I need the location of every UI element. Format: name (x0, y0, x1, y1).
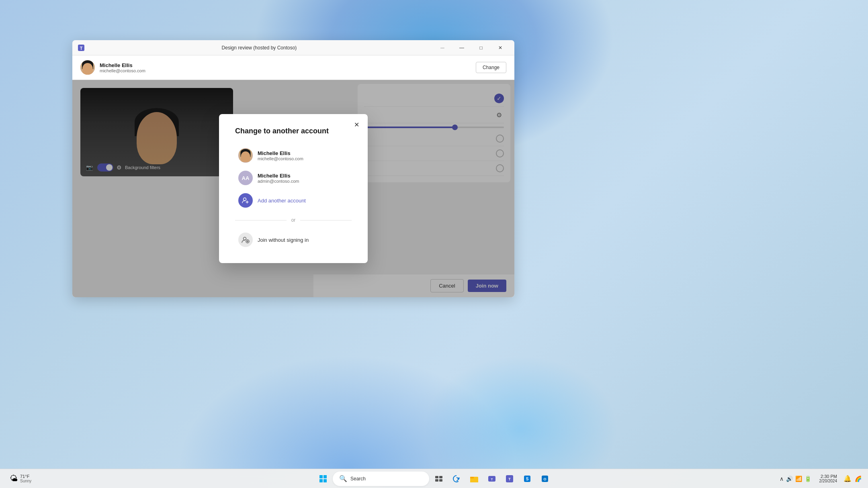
svg-rect-18 (470, 477, 474, 478)
notification-icon[interactable]: 🔔 (842, 473, 853, 484)
clock-time: 2:30 PM (821, 474, 837, 479)
account-avatar (80, 60, 95, 75)
account-email-1: admin@contoso.com (258, 179, 299, 184)
svg-text:T: T (491, 478, 493, 481)
svg-point-5 (244, 237, 246, 240)
svg-rect-14 (439, 476, 442, 478)
color-widget-icon[interactable]: 🌈 (855, 476, 862, 482)
svg-rect-15 (435, 479, 438, 482)
teams-window: T Design review (hosted by Contoso) ··· … (72, 40, 514, 297)
start-button[interactable] (315, 471, 331, 487)
weather-condition: Sunny (20, 479, 31, 483)
teams-app-icon: T (77, 44, 85, 52)
system-tray: ∧ 🔊 📶 🔋 (776, 474, 815, 484)
weather-temp: 71°F (20, 474, 31, 479)
weather-icon: 🌤 (10, 474, 18, 483)
modal-close-button[interactable]: ✕ (351, 119, 362, 130)
search-icon: 🔍 (339, 475, 347, 482)
account-name-0: Michelle Ellis (258, 150, 303, 156)
task-view-button[interactable] (431, 471, 447, 487)
search-bar[interactable]: 🔍 Search (333, 472, 429, 486)
file-explorer-icon[interactable] (466, 471, 482, 487)
teams-chat-taskbar-icon[interactable]: T (484, 471, 500, 487)
divider-label: or (291, 217, 296, 223)
svg-rect-12 (323, 479, 327, 482)
close-window-button[interactable]: ✕ (491, 41, 510, 54)
add-account-icon (238, 193, 253, 208)
guest-icon (238, 233, 253, 247)
account-item-1[interactable]: AA Michelle Ellis admin@contoso.com (235, 167, 352, 188)
svg-text:T: T (508, 477, 511, 481)
chevron-up-icon[interactable]: ∧ (780, 476, 784, 482)
outlook-icon[interactable]: O (537, 471, 553, 487)
account-list: Michelle Ellis michelle@contoso.com AA M… (235, 145, 352, 211)
account-name-1: Michelle Ellis (258, 173, 299, 179)
svg-text:T: T (80, 46, 83, 51)
window-title: Design review (hosted by Contoso) (85, 45, 433, 51)
account-info: Michelle Ellis michelle@contoso.com (100, 62, 471, 73)
microsoft-store-icon[interactable]: S (519, 471, 535, 487)
network-icon[interactable]: 📶 (795, 476, 802, 482)
join-without-label: Join without signing in (258, 237, 309, 243)
more-button[interactable]: ··· (433, 41, 452, 54)
account-details-0: Michelle Ellis michelle@contoso.com (258, 150, 303, 161)
title-bar-left: T (77, 44, 85, 52)
change-account-button[interactable]: Change (476, 62, 506, 73)
modal-title: Change to another account (235, 127, 352, 135)
taskbar: 🌤 71°F Sunny 🔍 Search (0, 469, 868, 488)
weather-info: 71°F Sunny (20, 474, 31, 483)
minimize-button[interactable]: — (452, 41, 471, 54)
taskbar-right: ∧ 🔊 📶 🔋 2:30 PM 2/20/2024 🔔 🌈 (776, 472, 862, 485)
avatar-photo-0 (238, 148, 253, 163)
svg-rect-10 (323, 475, 327, 478)
taskbar-left: 🌤 71°F Sunny (6, 472, 35, 485)
svg-text:S: S (526, 477, 529, 481)
account-item-0[interactable]: Michelle Ellis michelle@contoso.com (235, 145, 352, 166)
svg-rect-13 (435, 476, 438, 478)
weather-widget[interactable]: 🌤 71°F Sunny (6, 472, 35, 485)
svg-text:O: O (543, 477, 546, 481)
add-account-item[interactable]: Add another account (235, 190, 352, 211)
avatar-initials-1: AA (238, 171, 253, 185)
modal-dialog: ✕ Change to another account Michelle Ell… (219, 114, 368, 263)
clock-date: 2/20/2024 (819, 479, 837, 483)
divider-or: or (235, 217, 352, 223)
title-bar-controls: ··· — □ ✕ (433, 41, 510, 54)
battery-icon[interactable]: 🔋 (805, 476, 811, 482)
add-account-label: Add another account (258, 198, 306, 204)
svg-rect-16 (439, 479, 442, 482)
modal-overlay: ✕ Change to another account Michelle Ell… (72, 80, 514, 297)
edge-browser-icon[interactable] (448, 471, 465, 487)
desktop-bloom-bottom (0, 268, 868, 469)
window-body: 📷 ⚙ Background filters ✓ ⚙ (72, 80, 514, 297)
search-label: Search (350, 476, 366, 482)
svg-point-2 (244, 198, 246, 201)
account-email-0: michelle@contoso.com (258, 156, 303, 161)
account-name: Michelle Ellis (100, 62, 471, 68)
maximize-button[interactable]: □ (472, 41, 490, 54)
speakers-icon[interactable]: 🔊 (786, 476, 793, 482)
account-bar: Michelle Ellis michelle@contoso.com Chan… (72, 55, 514, 80)
title-bar: T Design review (hosted by Contoso) ··· … (72, 40, 514, 55)
taskbar-center: 🔍 Search (315, 471, 553, 487)
svg-rect-9 (319, 475, 323, 478)
account-details-1: Michelle Ellis admin@contoso.com (258, 173, 299, 184)
account-email: michelle@contoso.com (100, 68, 471, 73)
clock-widget[interactable]: 2:30 PM 2/20/2024 (816, 472, 841, 485)
join-without-signing-item[interactable]: Join without signing in (235, 229, 352, 250)
teams-taskbar-icon[interactable]: T (502, 471, 518, 487)
svg-rect-11 (319, 479, 323, 482)
